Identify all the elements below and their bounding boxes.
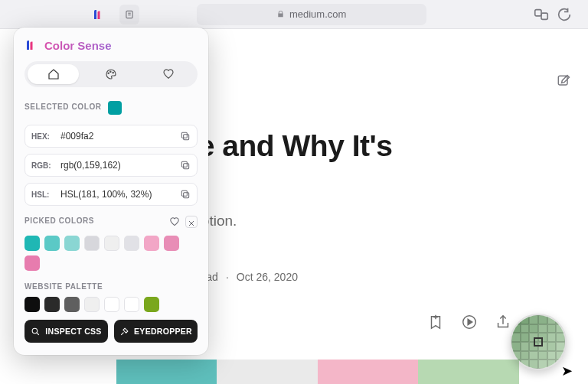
color-value-row: HEX:#009fa2 [24, 125, 198, 148]
url-text: medium.com [289, 8, 346, 20]
color-swatch[interactable] [124, 297, 139, 312]
cursor-icon: ➤ [561, 363, 573, 379]
clear-icon[interactable] [185, 216, 198, 228]
extension-brand: Color Sense [24, 38, 198, 52]
compose-icon[interactable] [556, 73, 571, 92]
svg-point-21 [32, 328, 38, 334]
svg-rect-3 [535, 9, 541, 15]
selected-color-swatch[interactable] [108, 101, 122, 115]
address-bar[interactable]: medium.com [197, 4, 426, 25]
svg-point-11 [110, 71, 111, 72]
value-key: HEX: [31, 132, 54, 141]
play-icon[interactable] [461, 314, 478, 330]
colorsense-panel: Color Sense SELECTED COLOR HEX:#009fa2RG… [14, 28, 208, 355]
refresh-icon[interactable] [556, 6, 573, 23]
magnifier-focus-box [534, 337, 543, 347]
color-swatch[interactable] [164, 236, 179, 251]
color-swatch[interactable] [24, 236, 40, 251]
svg-rect-14 [181, 132, 187, 138]
color-swatch[interactable] [84, 236, 100, 251]
tab-home[interactable] [28, 64, 79, 84]
copy-icon[interactable] [180, 160, 191, 171]
color-swatch[interactable] [64, 297, 80, 312]
eyedropper-button[interactable]: EYEDROPPER [114, 320, 198, 343]
color-swatch[interactable] [44, 236, 60, 251]
tab-favorites[interactable] [143, 64, 194, 84]
hero-image-strip [15, 360, 519, 384]
svg-marker-9 [468, 319, 472, 324]
value-text: rgb(0,159,162) [60, 160, 174, 171]
svg-rect-17 [184, 193, 189, 198]
reader-mode-button[interactable] [119, 5, 139, 24]
svg-line-22 [37, 333, 39, 335]
share-icon[interactable] [495, 314, 511, 330]
color-swatch[interactable] [104, 236, 119, 251]
value-text: #009fa2 [60, 131, 174, 142]
favorite-icon[interactable] [168, 216, 181, 228]
tab-switcher [24, 61, 198, 87]
picked-colors-row [24, 236, 198, 271]
publish-date: Oct 26, 2020 [237, 271, 298, 283]
color-value-row: RGB:rgb(0,159,162) [24, 154, 198, 177]
svg-rect-13 [184, 135, 189, 140]
color-swatch[interactable] [44, 297, 60, 312]
svg-rect-15 [184, 164, 189, 169]
brand-logo-icon [24, 38, 38, 52]
lock-icon [276, 10, 285, 18]
eyedropper-magnifier[interactable] [510, 314, 567, 370]
color-swatch[interactable] [144, 236, 159, 251]
color-swatch[interactable] [64, 236, 80, 251]
color-swatch[interactable] [124, 236, 139, 251]
value-text: HSL(181, 100%, 32%) [60, 189, 174, 200]
color-swatch[interactable] [144, 297, 159, 312]
brand-name: Color Sense [44, 39, 112, 52]
copy-icon[interactable] [180, 189, 191, 200]
tab-palette[interactable] [85, 64, 136, 84]
svg-rect-16 [181, 161, 187, 167]
color-swatch[interactable] [24, 297, 40, 312]
color-swatch[interactable] [24, 255, 40, 271]
svg-rect-18 [181, 190, 187, 196]
browser-toolbar: medium.com [0, 0, 588, 29]
bookmark-icon[interactable] [427, 314, 444, 330]
extension-icon[interactable] [92, 8, 106, 21]
copy-icon[interactable] [180, 131, 191, 142]
value-key: HSL: [31, 190, 54, 199]
color-value-row: HSL:HSL(181, 100%, 32%) [24, 183, 198, 206]
color-swatch[interactable] [104, 297, 119, 312]
picked-colors-label: PICKED COLORS [24, 216, 94, 225]
svg-rect-4 [541, 13, 547, 19]
website-palette-label: WEBSITE PALETTE [24, 282, 103, 291]
color-swatch[interactable] [84, 297, 100, 312]
inspect-css-button[interactable]: INSPECT CSS [24, 320, 108, 343]
translate-icon[interactable] [533, 6, 550, 23]
svg-point-10 [108, 73, 109, 73]
value-key: RGB: [31, 161, 54, 170]
svg-point-12 [113, 72, 113, 73]
website-palette-row [24, 297, 198, 312]
selected-color-label: SELECTED COLOR [24, 103, 102, 111]
